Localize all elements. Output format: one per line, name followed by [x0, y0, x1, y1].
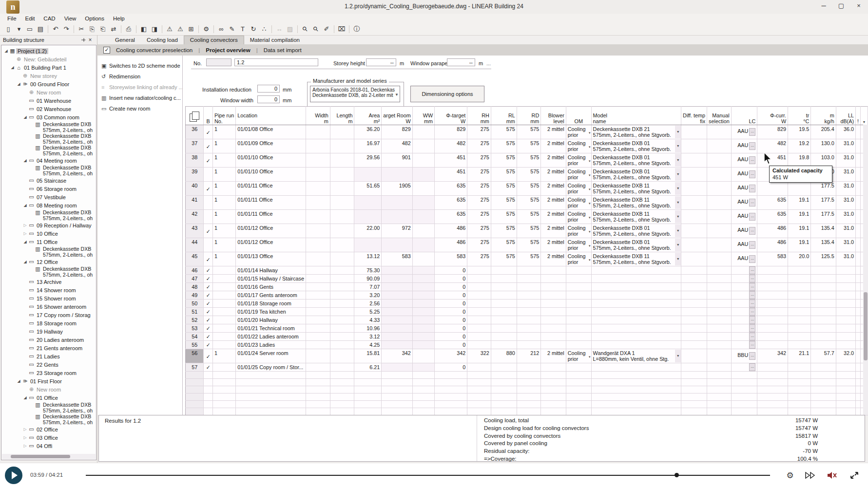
tab-project-overview[interactable]: Project overview	[200, 47, 256, 53]
tree-item[interactable]: ◢⋔00 Ground Floor	[1, 80, 96, 88]
table-row[interactable]: 53✓01/01/21 Technical room10.960...	[186, 324, 868, 333]
tree-item[interactable]: ▷▭10 Office	[1, 229, 96, 238]
column-header-ww[interactable]: WWmm	[412, 107, 434, 125]
minimize-button[interactable]: ─	[818, 2, 829, 9]
tree-item[interactable]: ▷▭02 Office	[1, 425, 96, 433]
lc-more-button[interactable]: ...	[749, 291, 755, 299]
tab-material-compilation[interactable]: Material compilation	[244, 36, 306, 44]
table-row[interactable]: 45✓101/01/13 Office13.125835832755755752…	[186, 252, 868, 266]
action-insert-radiator[interactable]: ▥Insert new radiator/cooling c...	[97, 93, 182, 103]
tree-item[interactable]: ▥Deckenkassette DXB575mm, 2-Leiters., oh	[1, 246, 96, 258]
close-button[interactable]: ×	[853, 2, 864, 9]
tree-item[interactable]: ▥Deckenkassette DXB575mm, 2-Leiters., oh	[1, 121, 96, 133]
tree-item[interactable]: ⊕New: Gebäudeteil	[1, 55, 96, 63]
column-header-b[interactable]: B	[204, 107, 213, 125]
tree-item[interactable]: ▭05 Staircase	[1, 176, 96, 185]
table-row[interactable]: 54✓01/01/22 Ladies anteroom3.120...	[186, 333, 868, 341]
tree-item[interactable]: ◢▭04 Meeting room	[1, 156, 96, 165]
player-settings-icon[interactable]: ⚙	[784, 470, 796, 480]
column-header-argetroom[interactable]: arget RoomW	[382, 107, 412, 125]
lc-more-button[interactable]: ...	[749, 128, 755, 136]
tab-cooling-convectors[interactable]: Cooling convectors	[184, 36, 244, 44]
tree-item[interactable]: ▭14 Shower room	[1, 286, 96, 294]
model-dropdown-icon[interactable]: ▼	[675, 140, 681, 152]
tab-cooling-load[interactable]: Cooling load	[141, 36, 184, 44]
column-header-width[interactable]: Widthm	[306, 107, 330, 125]
column-header-col[interactable]: !	[855, 107, 860, 125]
pages-icon[interactable]	[186, 107, 204, 125]
lc-more-button[interactable]: ...	[749, 341, 755, 349]
column-header-rd[interactable]: RDmm	[517, 107, 540, 125]
tree-item[interactable]: ▭01 Warehouse	[1, 96, 96, 105]
table-row[interactable]: 43✓101/01/12 Office22.009724862755755752…	[186, 224, 868, 238]
table-row-empty[interactable]	[186, 408, 868, 415]
expander-closed-icon[interactable]: ▷	[22, 223, 28, 227]
lc-more-button[interactable]: ...	[749, 275, 755, 282]
lc-more-button[interactable]: ...	[749, 283, 755, 291]
tree-item[interactable]: ◢▦Project (1.2)	[1, 47, 96, 55]
installation-reduction-field[interactable]: 0	[257, 85, 280, 93]
table-row-empty[interactable]	[186, 386, 868, 393]
filter-icon[interactable]: ▼	[860, 107, 868, 125]
tree-item[interactable]: ▥Deckenkassette DXB575mm, 2-Leiters., oh	[1, 266, 96, 278]
tab-general[interactable]: General	[109, 36, 141, 44]
copy-icon[interactable]: ⎘	[87, 24, 97, 34]
expander-closed-icon[interactable]: ▷	[22, 444, 28, 448]
action-redimension[interactable]: ↺Redimension	[97, 71, 182, 82]
table-row[interactable]: 49✓01/01/17 Gents anteroom3.200...	[186, 291, 868, 300]
expander-open-icon[interactable]: ◢	[16, 379, 21, 383]
tree-item[interactable]: ▭21 Ladies	[1, 352, 96, 360]
lc-more-button[interactable]: ...	[749, 324, 755, 332]
preselection-checkbox[interactable]: ✓	[103, 47, 110, 54]
column-header-model[interactable]: Modelname	[591, 107, 681, 125]
tree-item[interactable]: ▭17 Copy room / Storag	[1, 311, 96, 319]
text-tool-icon[interactable]: T	[237, 24, 248, 34]
table-row[interactable]: 51✓01/01/19 Tea kitchen5.250...	[186, 308, 868, 316]
tree-item[interactable]: ▥Deckenkassette DXB575mm, 2-Leiters., oh	[1, 165, 96, 176]
collapse-icon[interactable]	[848, 470, 861, 480]
expander-open-icon[interactable]: ◢	[22, 240, 28, 244]
manufacturer-combobox[interactable]: Arbonia Fancoils 2018-01, Deckenkas Deck…	[310, 86, 400, 102]
playback-speed-icon[interactable]	[804, 470, 817, 480]
tree-item[interactable]: ▷▭04 Offi	[1, 442, 96, 450]
expander-closed-icon[interactable]: ▷	[22, 427, 28, 431]
table-row[interactable]: 40✓101/01/11 Office51.651905635275575575…	[186, 182, 868, 196]
action-storeywise-linking[interactable]: ≡Storeywise linking of already ...	[97, 82, 182, 93]
refresh-icon[interactable]: ↻	[248, 24, 259, 34]
tree-item[interactable]: ◢▭08 Meeting room	[1, 201, 96, 209]
lc-more-button[interactable]: ...	[749, 199, 755, 206]
model-dropdown-icon[interactable]: ▼	[675, 210, 681, 223]
save-icon[interactable]: ▤	[35, 24, 46, 34]
lc-more-button[interactable]: ...	[749, 363, 755, 371]
menu-options[interactable]: Options	[80, 15, 109, 22]
tree-item[interactable]: ◢▭03 Common room	[1, 113, 96, 121]
tree-item[interactable]: ▥Deckenkassette DXB575mm, 2-Leiters., oh	[1, 209, 96, 221]
dock-close-icon[interactable]: ×	[86, 37, 94, 43]
window-width-field[interactable]: 0	[257, 95, 280, 103]
tree-item[interactable]: ▥Deckenkassette DXB575mm, 2-Leiters., oh	[1, 413, 96, 425]
column-header-rl[interactable]: RLmm	[491, 107, 517, 125]
lc-more-button[interactable]: ...	[749, 170, 755, 178]
menu-edit[interactable]: Edit	[21, 15, 39, 22]
tree-item[interactable]: ▭06 Storage room	[1, 185, 96, 193]
table-vertical-scrollbar[interactable]	[863, 125, 868, 415]
tree-item[interactable]: ▭15 Shower room	[1, 294, 96, 302]
model-dropdown-icon[interactable]: ▼	[675, 182, 681, 195]
column-header-om[interactable]: OM	[566, 107, 591, 125]
tree-item[interactable]: ▭16 Shower anteroom	[1, 302, 96, 311]
expander-open-icon[interactable]: ◢	[16, 82, 21, 86]
expander-open-icon[interactable]: ◢	[22, 260, 28, 264]
table-row[interactable]: 56✓101/01/24 Server room15.8134234232288…	[186, 349, 868, 363]
tree-item[interactable]: ▭13 Archive	[1, 278, 96, 286]
print-icon[interactable]: ⎙	[123, 24, 134, 34]
table-row-empty[interactable]	[186, 372, 868, 379]
column-header-difftemp[interactable]: Diff. tempfix	[681, 107, 707, 125]
column-header-manual[interactable]: Manualselection	[707, 107, 732, 125]
column-header-blower[interactable]: Blowerlevel	[541, 107, 566, 125]
table-row[interactable]: 44101/01/12 Office4862755755752 mittelCo…	[186, 238, 868, 252]
player-progress-knob[interactable]	[675, 473, 679, 477]
tree-item[interactable]: ▭07 Vestibule	[1, 193, 96, 201]
table-row[interactable]: 39101/01/10 Office4512755755752 mittelCo…	[186, 168, 868, 182]
mute-icon[interactable]	[826, 470, 838, 480]
column-header-area[interactable]: Aream²	[354, 107, 382, 125]
